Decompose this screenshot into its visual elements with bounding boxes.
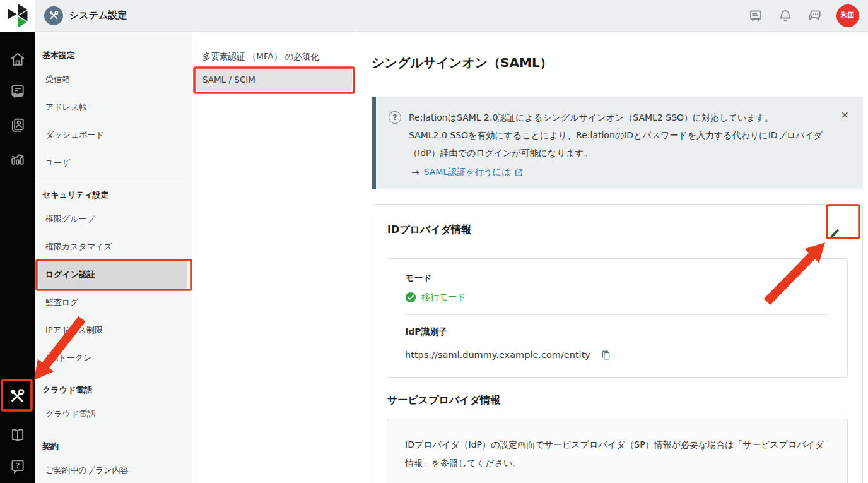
settings-sidebar: 基本設定 受信箱 アドレス帳 ダッシュボード ユーザ セキュリティ設定 権限グル… (35, 32, 192, 483)
check-circle-icon (405, 292, 416, 303)
rail-inbox-button[interactable] (9, 83, 26, 100)
divider (405, 314, 830, 315)
main-content: シングルサインオン（SAML） ? Re:lationはSAML 2.0認証によ… (356, 32, 868, 483)
announcements-button[interactable] (748, 8, 763, 23)
sidebar-item-permission-groups[interactable]: 権限グループ (35, 205, 192, 233)
nav-section-security: セキュリティ設定 (35, 185, 192, 205)
sidebar-item-audit-log[interactable]: 監査ログ (35, 289, 192, 316)
sidebar-item-current-plan[interactable]: ご契約中のプラン内容 (35, 456, 192, 483)
page-title: シングルサインオン（SAML） (372, 54, 863, 71)
relation-logo-icon (5, 3, 30, 29)
rail-manual-button[interactable] (9, 426, 26, 443)
rail-home-button[interactable] (9, 51, 26, 68)
tools-icon (49, 10, 59, 21)
sidebar-item-inbox[interactable]: 受信箱 (35, 66, 192, 93)
edit-idp-button[interactable] (823, 222, 846, 245)
page-header-title: システム設定 (69, 9, 127, 21)
sp-description: IDプロバイダ（IdP）の設定画面でサービスプロバイダ（SP）情報が必要な場合は… (405, 436, 830, 472)
external-link-icon (514, 168, 524, 177)
chat-support-button[interactable] (807, 8, 823, 23)
home-icon (9, 51, 26, 68)
user-avatar[interactable]: 和田 (836, 4, 859, 27)
rail-system-settings-button[interactable] (9, 388, 26, 405)
help-icon: ? (9, 458, 26, 474)
pencil-icon (828, 227, 842, 241)
idp-section-title: IDプロバイダ情報 (387, 224, 847, 237)
idp-info-card: モード 移行モード IdP識別子 https://saml.dummy.exam… (387, 258, 848, 378)
subnav-item-saml-scim[interactable]: SAML / SCIM (196, 68, 352, 91)
subnav-item-mfa[interactable]: 多要素認証 （MFA） の必須化 (192, 45, 356, 68)
sidebar-item-ip-restriction[interactable]: IPアドレス制限 (35, 316, 192, 344)
info-banner-text: Re:lationはSAML 2.0認証によるシングルサインオン（SAML2 S… (409, 109, 835, 162)
arrow-right-icon: → (411, 167, 419, 178)
bell-icon (778, 8, 793, 23)
sidebar-item-address-book[interactable]: アドレス帳 (35, 93, 192, 121)
saml-guide-link[interactable]: SAML認証を行うには (424, 167, 524, 178)
idp-identifier-label: IdP識別子 (405, 326, 830, 338)
mode-label: モード (405, 273, 830, 284)
sidebar-item-login-auth[interactable]: ログイン認証 (39, 261, 187, 289)
sp-info-card: IDプロバイダ（IdP）の設定画面でサービスプロバイダ（SP）情報が必要な場合は… (387, 419, 848, 483)
chat-bubbles-icon (807, 8, 823, 23)
info-line-2: SAML2.0 SSOを有効にすることにより、Re:lationのIDとパスワー… (409, 130, 823, 158)
sidebar-item-cloud-phone[interactable]: クラウド電話 (35, 400, 192, 428)
app-logo[interactable] (0, 0, 35, 32)
rail-help-button[interactable]: ? (9, 457, 26, 474)
sidebar-item-users[interactable]: ユーザ (35, 149, 192, 177)
system-settings-badge (44, 6, 63, 25)
idp-identifier-value: https://saml.dummy.example.com/entity (405, 350, 590, 360)
copy-icon (600, 349, 612, 361)
icon-rail: ? (0, 32, 35, 483)
contact-cards-icon (9, 117, 26, 133)
info-line-1: Re:lationはSAML 2.0認証によるシングルサインオン（SAML2 S… (409, 112, 773, 122)
nav-section-cloud-phone: クラウド電話 (35, 380, 192, 400)
divider (36, 432, 187, 432)
divider (36, 376, 187, 376)
copy-button[interactable] (599, 348, 613, 362)
sp-section-title: サービスプロバイダ情報 (387, 394, 847, 407)
close-icon[interactable]: ✕ (841, 109, 849, 121)
book-icon (9, 427, 26, 443)
saml-settings-panel: IDプロバイダ情報 モード 移行モード IdP識別子 https://saml.… (372, 204, 863, 483)
divider (36, 181, 187, 181)
board-icon (748, 8, 763, 23)
sidebar-item-permission-customize[interactable]: 権限カスタマイズ (35, 233, 192, 261)
sidebar-item-dashboard[interactable]: ダッシュボード (35, 121, 192, 149)
sidebar-item-api-token[interactable]: APIトークン (35, 344, 192, 372)
stats-chart-icon (9, 150, 26, 167)
saml-info-banner: ? Re:lationはSAML 2.0認証によるシングルサインオン（SAML2… (372, 97, 863, 189)
svg-text:?: ? (15, 461, 20, 470)
login-auth-subnav: 多要素認証 （MFA） の必須化 SAML / SCIM (192, 32, 356, 483)
header-actions: 和田 (748, 4, 859, 27)
rail-dashboard-button[interactable] (9, 150, 26, 167)
nav-section-basic: 基本設定 (35, 45, 192, 66)
nav-section-contract: 契約 (35, 436, 192, 456)
tools-icon (9, 388, 26, 405)
notifications-button[interactable] (777, 8, 793, 23)
rail-address-book-button[interactable] (9, 116, 26, 133)
top-header: システム設定 和田 (35, 0, 868, 32)
mode-value: 移行モード (421, 292, 466, 303)
question-circle-icon: ? (389, 111, 401, 124)
inbox-icon (9, 83, 26, 100)
